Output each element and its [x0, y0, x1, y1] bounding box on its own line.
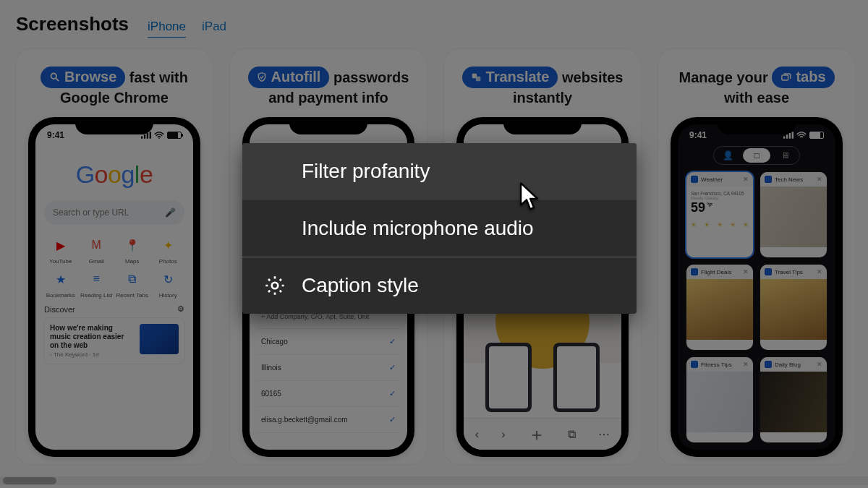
segment-remote-icon: 🖥 [772, 147, 799, 164]
tab-tile: Tech News✕ [760, 172, 827, 257]
shortcut-icon: M [86, 235, 106, 255]
tab-group-segment: 👤 □ 🖥 [713, 146, 800, 165]
notch [289, 117, 367, 134]
close-icon: ✕ [743, 361, 749, 368]
card-caption: Translate websites instantly [457, 67, 628, 107]
screenshot-card[interactable]: Browse fast with Google Chrome 9:41 Goog… [16, 49, 213, 464]
menu-item-caption-style[interactable]: Caption style [242, 257, 637, 314]
shortcut-icon: ▶ [51, 235, 71, 255]
phone-mockup: 9:41 Google Search or type URL 🎤 ▶YouTub… [28, 117, 200, 457]
svg-rect-10 [786, 134, 788, 138]
autofill-form: + Add Company, C/O, Apt, Suite, Unit Chi… [257, 305, 400, 433]
shortcut-item: 📍Maps [116, 235, 149, 265]
shortcut-item: ⧉Recent Tabs [116, 269, 149, 299]
search-icon [49, 72, 60, 82]
article-title: How we're making music creation easier o… [50, 324, 134, 350]
app-store-screenshots-view: Screenshots iPhone iPad Browse fast with… [0, 0, 868, 488]
check-icon: ✓ [389, 363, 396, 372]
menu-item-icon-placeholder [263, 159, 287, 184]
tab-grid: Weather✕San Francisco, CA 94105Mostly Cl… [678, 172, 835, 442]
caption-text: with ease [724, 90, 789, 106]
tab-title: Tech News [775, 176, 803, 183]
mouse-cursor-icon [519, 182, 541, 214]
phone-mockup: 9:41 👤 □ 🖥 Weather✕San Francisco, CA 941… [671, 117, 843, 457]
discover-article: How we're making music creation easier o… [44, 318, 184, 364]
scrollbar-track [0, 476, 868, 485]
card-caption: Manage your tabs with ease [671, 67, 842, 107]
toolbar-button: ‹ [475, 428, 479, 441]
tab-tile: Daily Blog✕ [760, 357, 827, 442]
svg-rect-4 [147, 133, 148, 139]
screenshot-card[interactable]: Manage your tabs with ease 9:41 [658, 49, 855, 464]
toolbar-button: › [501, 428, 505, 441]
shortcut-label: YouTube [49, 258, 72, 265]
close-icon: ✕ [743, 176, 749, 183]
shortcut-item: ▶YouTube [44, 235, 77, 265]
segment-incognito-icon: 👤 [714, 147, 741, 164]
tab-title: Weather [701, 176, 723, 183]
svg-point-0 [51, 74, 57, 80]
shortcut-label: Gmail [89, 258, 104, 265]
omnibox: Search or type URL 🎤 [44, 200, 184, 225]
favicon-icon [765, 361, 772, 368]
favicon-icon [691, 176, 698, 183]
check-icon: ✓ [389, 337, 396, 346]
notch [503, 117, 582, 134]
section-title: Screenshots [16, 13, 129, 35]
svg-point-13 [272, 283, 278, 289]
pill-label: Browse [64, 68, 116, 86]
horizontal-scrollbar[interactable] [3, 477, 56, 484]
close-icon: ✕ [817, 176, 822, 183]
svg-rect-11 [789, 133, 791, 139]
device-tabs: iPhone iPad [148, 20, 226, 38]
close-icon: ✕ [817, 268, 822, 275]
svg-line-1 [56, 78, 59, 81]
svg-rect-2 [141, 137, 142, 139]
close-icon: ✕ [817, 361, 822, 368]
form-value: elisa.g.beckett@gmail.com [261, 416, 348, 424]
shortcut-icon: ≡ [86, 269, 106, 289]
status-time: 9:41 [47, 130, 64, 140]
battery-icon [809, 132, 824, 139]
pill-translate: Translate [462, 67, 558, 88]
tab-iphone[interactable]: iPhone [148, 20, 186, 38]
toolbar-button: ⋯ [598, 427, 610, 441]
shortcut-icon: ✦ [158, 235, 178, 255]
form-row: Illinois✓ [257, 355, 400, 381]
status-time: 9:41 [689, 130, 707, 140]
svg-rect-5 [150, 132, 151, 139]
phone-screen: 9:41 👤 □ 🖥 Weather✕San Francisco, CA 941… [678, 124, 835, 450]
shortcut-label: Reading List [80, 292, 112, 299]
segment-tabs-icon: □ [743, 148, 770, 163]
svg-rect-8 [782, 75, 788, 80]
article-thumb [140, 324, 179, 354]
tab-tile: Travel Tips✕ [760, 265, 827, 350]
pill-browse: Browse [41, 67, 125, 88]
weather-temp: 59°F [691, 200, 749, 215]
gear-icon: ⚙ [177, 304, 184, 314]
context-menu: Filter profanity Include microphone audi… [242, 143, 637, 314]
pill-label: Autofill [271, 68, 321, 86]
form-row: 60165✓ [257, 381, 400, 407]
menu-item-include-mic-audio[interactable]: Include microphone audio [242, 200, 637, 257]
shortcut-item: MGmail [80, 235, 114, 265]
tab-ipad[interactable]: iPad [202, 20, 226, 38]
card-caption: Autofill passwords and payment info [243, 67, 414, 107]
caption-lead: Manage your [678, 69, 772, 85]
phone-screen: 9:41 Google Search or type URL 🎤 ▶YouTub… [35, 124, 193, 450]
pill-tabs: tabs [772, 67, 834, 88]
tab-tile: Fitness Tips✕ [686, 357, 753, 442]
menu-item-label: Caption style [302, 274, 419, 297]
wifi-icon [796, 132, 807, 139]
tab-tile: Weather✕San Francisco, CA 94105Mostly Cl… [686, 172, 753, 257]
shortcut-item: ↻History [152, 269, 185, 299]
mic-icon: 🎤 [165, 207, 176, 218]
tab-tile: Flight Deals✕ [686, 265, 753, 350]
menu-item-filter-profanity[interactable]: Filter profanity [242, 143, 637, 200]
svg-rect-7 [475, 76, 480, 80]
favicon-icon [691, 268, 698, 275]
header: Screenshots iPhone iPad [16, 13, 226, 38]
shortcut-item: ✦Photos [152, 235, 185, 265]
gear-icon [263, 273, 287, 298]
check-icon: ✓ [389, 415, 396, 424]
